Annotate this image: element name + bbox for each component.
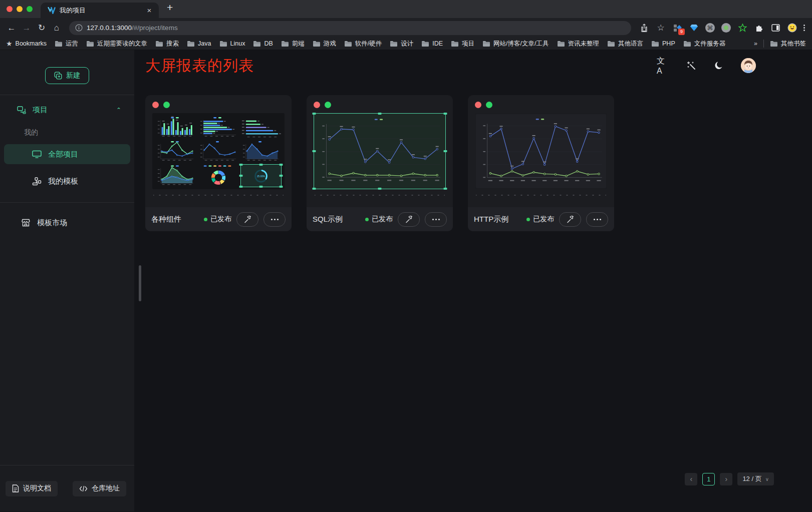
bookmarks-root[interactable]: ★ Bookmarks	[6, 40, 47, 48]
bookmark-folder[interactable]: Java	[187, 40, 211, 48]
sidebar-section-project[interactable]: 项目 ⌃	[17, 105, 121, 115]
tab-close-icon[interactable]: ×	[145, 6, 154, 15]
minimize-window-button[interactable]	[17, 6, 23, 12]
bookmark-folder[interactable]: 软件/硬件	[344, 40, 382, 48]
sidebar-item-template-market[interactable]: 模板市场	[4, 213, 130, 233]
bookmark-folder[interactable]: 前端	[281, 40, 305, 48]
selection-handle[interactable]	[313, 113, 316, 115]
selection-handle[interactable]	[378, 113, 382, 115]
bookmark-folder[interactable]: 其他语言	[607, 40, 643, 48]
current-page[interactable]: 1	[702, 473, 715, 485]
more-button[interactable]	[425, 212, 447, 227]
selection-handle[interactable]	[313, 150, 316, 152]
site-info-icon[interactable]	[75, 24, 83, 32]
docs-button[interactable]: 说明文档	[6, 481, 58, 496]
new-tab-button[interactable]: +	[167, 2, 173, 15]
extensions-puzzle-icon[interactable]	[754, 23, 764, 33]
extension-grid-icon[interactable]: 9	[672, 23, 682, 33]
selection-handle[interactable]	[280, 175, 283, 177]
zoom-window-button[interactable]	[27, 6, 33, 12]
bookmark-folder[interactable]: 资讯未整理	[557, 40, 600, 48]
project-name: SQL示例	[313, 215, 343, 224]
selection-handle[interactable]	[313, 188, 316, 190]
bookmark-folder[interactable]: 设计	[390, 40, 413, 48]
edit-hammer-button[interactable]	[559, 212, 581, 227]
bookmark-folder[interactable]: 搜索	[155, 40, 179, 48]
edit-hammer-button[interactable]	[236, 212, 258, 227]
dotted-separator	[476, 194, 606, 196]
green-dot	[325, 102, 331, 108]
selection-handle[interactable]	[259, 164, 263, 166]
address-bar[interactable]: 127.0.0.1:3000/#/project/items	[69, 21, 631, 35]
selection-handle[interactable]	[280, 164, 283, 166]
language-icon[interactable]: 文A	[657, 59, 670, 72]
share-icon[interactable]	[639, 23, 649, 33]
user-avatar[interactable]	[741, 58, 756, 73]
selection-handle[interactable]	[259, 186, 263, 188]
mini-capsule-chart	[240, 116, 282, 139]
selection-handle[interactable]	[239, 164, 243, 166]
browser-menu-icon[interactable]	[803, 25, 805, 31]
home-icon[interactable]: ⌂	[49, 21, 64, 36]
selection-handle[interactable]	[444, 188, 447, 190]
bookmark-folder[interactable]: PHP	[651, 40, 675, 48]
bookmarks-overflow-chevron[interactable]: »	[754, 40, 757, 47]
prev-page-button[interactable]: ‹	[685, 473, 697, 485]
selection-handle[interactable]	[239, 186, 243, 188]
project-card[interactable]: SQL示例 已发布	[307, 95, 453, 231]
recorder-extension-icon[interactable]	[721, 23, 731, 33]
bookmark-folder[interactable]: 项目	[451, 40, 474, 48]
green-star-icon[interactable]	[737, 23, 747, 33]
browser-tab[interactable]: 我的项目 ×	[41, 3, 159, 18]
scrollbar-thumb[interactable]	[139, 265, 141, 301]
more-button[interactable]	[586, 212, 608, 227]
project-card[interactable]: 25.00% 各种组件 已发布	[145, 95, 292, 231]
mini-donut-chart	[198, 164, 239, 187]
bookmark-folder-list: 运营近期需要读的文章搜索JavaLinuxDB前端游戏软件/硬件设计IDE项目网…	[55, 40, 746, 48]
emoji-extension-icon[interactable]	[787, 23, 797, 33]
bookmark-folder[interactable]: IDE	[421, 40, 443, 48]
mine-label: 我的	[24, 128, 134, 137]
bookmark-folder[interactable]: 运营	[55, 40, 78, 48]
selection-handle[interactable]	[239, 175, 243, 177]
bookmark-folder[interactable]: Linux	[219, 40, 245, 48]
page-size-select[interactable]: 12 / 页 ∨	[737, 472, 774, 485]
other-bookmarks[interactable]: 其他书签	[770, 40, 806, 48]
next-page-button[interactable]: ›	[720, 473, 732, 485]
back-icon[interactable]: ←	[4, 21, 19, 36]
bookmark-folder[interactable]: DB	[253, 40, 273, 48]
sidebar-item-my-templates[interactable]: 我的模板	[4, 171, 130, 191]
project-card[interactable]: HTTP示例 已发布	[468, 95, 614, 231]
forward-icon[interactable]: →	[19, 21, 34, 36]
project-thumbnail-selected	[314, 113, 446, 189]
repo-button[interactable]: 仓库地址	[73, 481, 126, 496]
new-project-button[interactable]: 新建	[45, 67, 89, 84]
pagination: ‹ 1 › 12 / 页 ∨	[685, 472, 774, 485]
bookmark-folder[interactable]: 文件服务器	[683, 40, 726, 48]
main-content: 大屏报表的列表 文A	[134, 50, 812, 511]
selection-handle[interactable]	[444, 150, 447, 152]
mini-gauge-selected: 25.00%	[240, 164, 282, 187]
line-chart	[315, 115, 444, 188]
bookmark-folder[interactable]: 游戏	[313, 40, 336, 48]
gem-icon[interactable]	[689, 23, 699, 33]
selection-handle[interactable]	[280, 186, 283, 188]
reload-icon[interactable]: ↻	[34, 21, 49, 36]
edit-hammer-button[interactable]	[398, 212, 420, 227]
chevron-up-icon[interactable]: ⌃	[116, 107, 121, 114]
template-nodes-icon	[32, 177, 42, 186]
side-panel-icon[interactable]	[770, 23, 780, 33]
close-window-button[interactable]	[7, 6, 13, 12]
selection-handle[interactable]	[378, 188, 382, 190]
bookmark-folder[interactable]: 近期需要读的文章	[86, 40, 147, 48]
dark-mode-moon-icon[interactable]	[713, 59, 726, 72]
command-extension-icon[interactable]: ⌘	[705, 23, 715, 33]
bookmark-star-icon[interactable]: ☆	[656, 23, 666, 33]
selection-handle[interactable]	[444, 113, 447, 115]
status-dot	[365, 218, 369, 221]
sidebar-item-all-projects[interactable]: 全部项目	[4, 144, 130, 164]
mini-bar-chart	[155, 116, 196, 139]
bookmark-folder[interactable]: 网站/博客/文章/工具	[482, 40, 549, 48]
magic-wand-icon[interactable]	[685, 59, 698, 72]
more-button[interactable]	[263, 212, 286, 227]
